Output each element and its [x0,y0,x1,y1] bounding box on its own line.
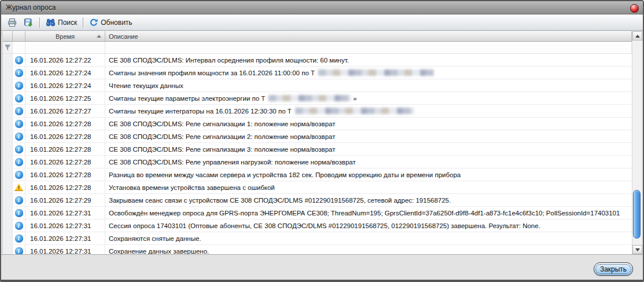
filter-time-cell[interactable] [25,42,105,53]
row-time: 16.01.2026 12:27:31 [30,235,91,242]
row-icon-cell [13,79,25,91]
log-row[interactable]: 16.01.2026 12:27:31 Сохранение данных за… [3,245,632,254]
row-time: 16.01.2026 12:27:28 [30,120,91,127]
row-severity-icon [15,107,23,115]
row-text: Освобождён менеджер опроса для GPRS-порт… [109,210,620,217]
scrollbar-thumb[interactable] [633,190,641,239]
log-row[interactable]: 16.01.2026 12:27:31 Сохраняются снятые д… [3,232,632,245]
row-description-cell: Считаны текущие параметры электроэнергии… [105,92,632,104]
row-icon-cell [13,143,25,155]
row-description-cell: CE 308 СПОДЭС/DLMS: Реле сигнализации 3:… [105,143,632,155]
row-icon-cell [13,194,25,206]
row-icon-cell [13,156,25,168]
row-time: 16.01.2026 12:27:31 [30,248,91,255]
row-severity-icon [15,120,23,128]
refresh-button[interactable]: Обновить [86,16,135,29]
log-row[interactable]: 16.01.2026 12:27:28 CE 308 СПОДЭС/DLMS: … [3,156,632,169]
row-severity-icon [15,158,23,166]
log-row[interactable]: 16.01.2026 12:27:24 Считаны значения про… [3,67,632,79]
row-severity-icon [15,209,23,217]
row-time-cell: 16.01.2026 12:27:28 [25,143,105,155]
window-close-button[interactable] [630,4,639,13]
row-indicator-cell [3,92,13,104]
export-save-button[interactable] [20,16,37,29]
row-severity-icon [15,222,23,230]
row-text: CE 308 СПОДЭС/DLMS: Реле сигнализации 1:… [109,120,336,127]
log-row[interactable]: 16.01.2026 12:27:24 Чтение текущих данны… [3,79,632,92]
log-row[interactable]: 16.01.2026 12:27:28 CE 308 СПОДЭС/DLMS: … [3,143,632,156]
row-text: Сохранение данных завершено. [109,248,209,255]
log-row[interactable]: 16.01.2026 12:27:31 Освобождён менеджер … [3,207,632,219]
search-button-label: Поиск [58,19,77,27]
row-indicator-cell [3,130,13,142]
grid-header: Время Описание [3,31,632,42]
row-severity-icon [15,171,23,179]
row-time: 16.01.2026 12:27:22 [30,57,91,64]
row-description-cell: Установка времени устройства завершена с… [105,181,632,193]
row-time: 16.01.2026 12:27:28 [30,133,91,140]
scroll-up-button[interactable] [632,31,642,41]
row-text: Закрываем сеанс связи с устройством CE 3… [109,197,451,204]
row-description-cell: CE 308 СПОДЭС/DLMS: Реле управления нагр… [105,156,632,168]
redacted-blur-block [318,69,434,76]
window-title: Журнал опроса [6,3,56,12]
row-indicator-cell [3,54,13,66]
row-indicator-cell [3,207,13,219]
row-time-cell: 16.01.2026 12:27:28 [25,169,105,181]
header-description-column[interactable]: Описание [105,31,632,41]
log-row[interactable]: 16.01.2026 12:27:25 Считаны текущие пара… [3,92,632,105]
scroll-down-button[interactable] [632,245,642,254]
row-time: 16.01.2026 12:27:27 [30,108,91,115]
row-text: Чтение текущих данных [109,82,183,89]
filter-icon-cell[interactable] [13,42,25,53]
row-icon-cell [13,105,25,117]
row-time: 16.01.2026 12:27:31 [30,210,91,217]
row-indicator-cell [3,79,13,91]
row-text: CE 308 СПОДЭС/DLMS: Реле сигнализации 2:… [109,133,336,140]
row-severity-icon [14,184,23,191]
row-icon-cell [13,67,25,79]
row-icon-cell [13,219,25,232]
row-indicator-cell [3,156,13,168]
filter-row [3,42,632,54]
row-text: Сессия опроса 17403101 (Оптовые абоненты… [109,222,540,229]
row-time-cell: 16.01.2026 12:27:28 [25,181,105,193]
log-row[interactable]: 16.01.2026 12:27:28 Установка времени ус… [3,181,632,194]
log-row[interactable]: 16.01.2026 12:27:28 CE 308 СПОДЭС/DLMS: … [3,118,632,130]
row-indicator-cell [3,232,13,244]
close-button[interactable]: Закрыть [594,262,633,276]
row-severity-icon [15,69,23,77]
description-column-label: Описание [109,33,138,40]
header-time-column[interactable]: Время [25,31,105,41]
row-text: CE 308 СПОДЭС/DLMS: Интервал осреднения … [109,57,349,64]
log-row[interactable]: 16.01.2026 12:27:28 CE 308 СПОДЭС/DLMS: … [3,130,632,143]
row-indicator-cell [3,169,13,181]
row-indicator-cell [3,219,13,232]
row-icon-cell [13,245,25,254]
row-time: 16.01.2026 12:27:28 [30,171,91,178]
row-time-cell: 16.01.2026 12:27:31 [25,219,105,232]
filter-indicator-cell[interactable] [3,42,13,53]
row-text: Считаны текущие интеграторы на 16.01.202… [109,108,292,115]
log-row[interactable]: 16.01.2026 12:27:31 Сессия опроса 174031… [3,219,632,232]
toolbar-separator [39,17,40,28]
row-indicator-cell [3,105,13,117]
search-button[interactable]: Поиск [42,16,80,29]
log-row[interactable]: 16.01.2026 12:27:27 Считаны текущие инте… [3,105,632,118]
toolbar-separator [83,17,83,28]
printer-icon [8,18,17,27]
row-description-cell: Освобождён менеджер опроса для GPRS-порт… [105,207,632,219]
row-description-cell: Сохранение данных завершено. [105,245,632,254]
row-description-cell: CE 308 СПОДЭС/DLMS: Реле сигнализации 1:… [105,118,632,130]
row-description-cell: CE 308 СПОДЭС/DLMS: Интервал осреднения … [105,54,632,66]
row-time: 16.01.2026 12:27:28 [30,159,91,166]
log-row[interactable]: 16.01.2026 12:27:22 CE 308 СПОДЭС/DLMS: … [3,54,632,67]
row-description-cell: Разница во времени между часами сервера … [105,169,632,181]
filter-description-cell[interactable] [105,42,632,53]
log-row[interactable]: 16.01.2026 12:27:28 Разница во времени м… [3,169,632,181]
log-row[interactable]: 16.01.2026 12:27:29 Закрываем сеанс связ… [3,194,632,207]
print-button[interactable] [4,16,20,29]
row-severity-icon [15,145,23,153]
footer-panel: Закрыть [1,254,643,280]
vertical-scrollbar[interactable] [632,31,642,254]
